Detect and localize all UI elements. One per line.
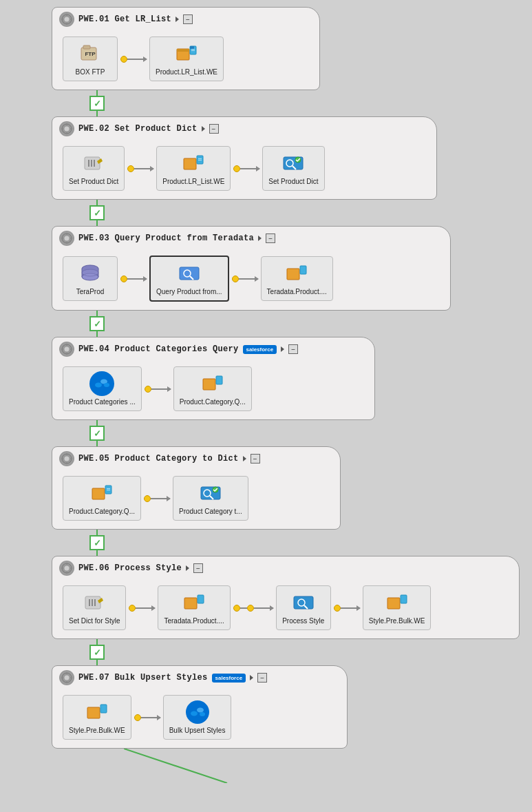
dot-6b2 [247,605,254,612]
dropdown-arrow-pwe07[interactable] [250,675,253,680]
salesforce-icon-1 [89,371,114,396]
process-header-pwe05: PWE.05 Product Category to Dict − [52,447,340,470]
svg-rect-44 [300,266,306,274]
process-group-pwe03: PWE.03 Query Product from Teradata − [52,226,451,311]
arrow-2b [240,168,259,169]
node-box-bulk-upsert[interactable]: Bulk Upsert Styles [163,695,232,740]
process-header-pwe02: PWE.02 Set Product Dict − [52,117,436,140]
dropdown-arrow-pwe03[interactable] [258,236,262,241]
svg-rect-5 [70,19,72,20]
node-box-ftp[interactable]: FTP BOX FTP [63,37,118,81]
node-box-set-product-dict-2[interactable]: Set Product Dict [262,146,324,191]
gear-icon-pwe02 [59,121,74,136]
svg-rect-73 [66,563,67,565]
node-label-teradata-product2: Teradata.Product.... [164,617,224,625]
process-body-pwe07: Style.Pre.Bulk.WE [52,689,347,748]
spacer-5: ✓ [89,530,522,556]
node-box-product-category-q[interactable]: Product.Category.Q... [173,366,252,411]
svg-rect-78 [184,598,197,609]
node-label-product-category-q: Product.Category.Q... [180,398,246,406]
node-label-product-categories: Product Categories ... [69,398,136,406]
product-category-q2-icon [89,481,114,506]
node-box-lr-list-2[interactable]: Product.LR_List.WE [156,146,231,191]
salesforce-badge-pwe04: salesforce [243,345,277,354]
node-label-bulk-upsert: Bulk Upsert Styles [169,727,226,735]
svg-rect-65 [107,488,110,489]
gear-icon-pwe06 [59,561,74,576]
connector-1 [120,56,147,63]
node-box-product-category-t[interactable]: Product Category t... [173,476,248,521]
dropdown-arrow-pwe04[interactable] [281,346,284,352]
svg-rect-79 [198,595,204,603]
node-box-process-style[interactable]: Process Style [276,585,331,630]
node-box-product-categories[interactable]: Product Categories ... [63,366,142,411]
svg-rect-25 [198,160,202,160]
svg-line-97 [124,749,227,783]
collapse-btn-pwe04[interactable]: − [288,344,298,354]
svg-rect-7 [83,45,90,49]
svg-rect-63 [92,488,105,499]
svg-rect-47 [66,344,67,346]
spacer-2: ✓ [89,200,522,226]
node-box-product-category-q2[interactable]: Product.Category.Q... [63,476,141,521]
collapse-btn-pwe01[interactable]: − [183,14,193,24]
svg-rect-19 [61,128,63,129]
dropdown-arrow-pwe01[interactable] [175,17,179,22]
process-title-pwe07: PWE.07 Bulk Upsert Styles [78,673,208,683]
arrow-7a [141,717,160,718]
svg-point-46 [65,347,70,352]
dot-5a [144,495,151,502]
collapse-btn-pwe03[interactable]: − [266,233,275,243]
svg-point-94 [191,711,198,716]
svg-point-54 [104,383,109,387]
svg-rect-90 [70,677,72,678]
node-label-product-category-q2: Product.Category.Q... [69,508,135,516]
arrow-4a [151,388,171,390]
arrow-2a [134,168,153,169]
node-box-style-pre-bulk[interactable]: Style.Pre.Bulk.WE [363,585,432,630]
node-box-teraprod[interactable]: TeraProd [63,256,118,301]
svg-point-95 [197,708,204,713]
node-label-teraprod: TeraProd [76,288,105,296]
svg-point-16 [65,127,70,132]
check-icon-6: ✓ [94,647,101,658]
dot-6c [334,605,341,612]
node-label-style-pre-bulk: Style.Pre.Bulk.WE [369,617,425,625]
svg-rect-74 [66,572,67,574]
query-product-icon [177,261,202,286]
node-label-lr-list: Product.LR_List.WE [156,68,217,76]
svg-rect-59 [66,453,67,455]
teradata-product2-icon [182,590,206,615]
collapse-btn-pwe05[interactable]: − [251,454,260,464]
node-box-set-dict-style[interactable]: Set Dict for Style [63,585,126,630]
product-category-icon [200,371,225,396]
dot-3b [232,275,239,282]
lr-list-icon-2 [181,151,206,176]
node-box-query-product[interactable]: Query Product from... [149,256,229,302]
node-box-teradata-product2[interactable]: Teradata.Product.... [158,585,230,630]
process-body-pwe05: Product.Category.Q... Produ [52,470,340,529]
ftp-icon: FTP [78,41,103,66]
process-title-pwe04: PWE.04 Product Categories Query [78,344,239,354]
node-box-lr-list[interactable]: Product.LR_List.WE [149,37,224,81]
collapse-btn-pwe07[interactable]: − [257,673,267,683]
dropdown-arrow-pwe05[interactable] [243,456,246,461]
arrow-6b [254,607,273,609]
process-header-pwe06: PWE.06 Process Style − [52,556,519,580]
dropdown-arrow-pwe06[interactable] [186,565,189,571]
dot-6a [129,605,136,612]
line-6b [240,607,247,609]
check-icon-5: ✓ [94,538,101,548]
node-box-style-pre-bulk2[interactable]: Style.Pre.Bulk.WE [63,695,131,740]
svg-point-39 [82,269,98,276]
dot-1 [120,56,127,63]
process-body-pwe06: Set Dict for Style Teradata.Product.... [52,580,519,638]
svg-rect-48 [66,353,67,355]
dropdown-arrow-pwe02[interactable] [202,126,205,132]
check-icon-1: ✓ [94,98,101,109]
collapse-btn-pwe02[interactable]: − [209,124,219,134]
collapse-btn-pwe06[interactable]: − [193,563,203,573]
node-box-teradata-product[interactable]: Teradata.Product.... [261,256,333,301]
connector-5a [144,495,170,502]
node-box-set-product-dict-1[interactable]: Set Product Dict [63,146,125,191]
